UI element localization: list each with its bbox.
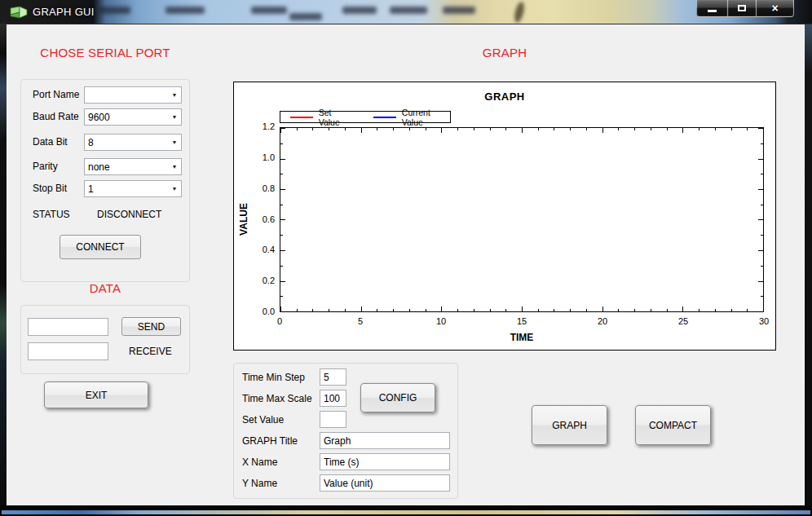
x-tick-label: 20 [590, 316, 615, 326]
x-tick [554, 309, 554, 311]
y-name-input[interactable] [320, 474, 450, 492]
stop-bit-label: Stop Bit [33, 183, 67, 194]
y-tick-label: 1.2 [250, 121, 275, 131]
y-name-label: Y Name [242, 478, 277, 489]
config-group: Time Min Step Time Max Scale Set Value G… [233, 363, 458, 499]
send-input[interactable] [28, 318, 108, 336]
data-heading: DATA [20, 281, 190, 295]
y-tick [280, 250, 285, 251]
x-tick [409, 309, 410, 311]
graph-title-input[interactable] [320, 432, 450, 449]
x-tick [361, 307, 362, 311]
set-value-input[interactable] [320, 411, 346, 428]
y-tick [761, 235, 763, 236]
x-tick-label: 30 [752, 316, 776, 326]
x-tick [731, 309, 732, 311]
x-tick [490, 309, 491, 311]
x-tick [409, 128, 410, 130]
x-tick [393, 128, 394, 130]
data-group: SEND RECEIVE [20, 305, 190, 374]
baud-rate-label: Baud Rate [33, 111, 79, 122]
send-button[interactable]: SEND [121, 317, 181, 336]
parity-combobox[interactable]: none ▼ [84, 158, 182, 175]
port-name-combobox[interactable]: ▼ [84, 86, 182, 104]
desktop-blur-artifact [289, 13, 322, 20]
x-tick [586, 128, 587, 130]
y-tick [758, 189, 763, 190]
x-tick [731, 128, 732, 130]
x-tick [699, 309, 699, 311]
baud-rate-combobox[interactable]: 9600 ▼ [84, 108, 182, 126]
y-tick [761, 296, 763, 297]
x-tick [699, 128, 699, 130]
x-tick-label: 5 [348, 316, 373, 326]
status-label: STATUS [33, 209, 70, 220]
connect-button[interactable]: CONNECT [60, 235, 141, 259]
data-bit-label: Data Bit [33, 136, 68, 148]
chevron-down-icon: ▼ [168, 186, 181, 192]
y-tick [758, 250, 763, 251]
time-max-scale-input[interactable] [320, 390, 346, 407]
config-button[interactable]: CONFIG [360, 383, 435, 412]
x-tick [522, 307, 523, 311]
time-max-scale-label: Time Max Scale [242, 393, 312, 404]
x-tick [618, 128, 619, 130]
x-tick [377, 128, 377, 130]
x-tick [570, 309, 571, 311]
maximize-icon[interactable] [728, 0, 757, 17]
y-tick [761, 266, 763, 267]
exit-button[interactable]: EXIT [44, 381, 148, 408]
y-tick [280, 189, 285, 190]
x-tick-label: 15 [510, 316, 534, 326]
x-tick [345, 128, 346, 130]
x-tick [329, 309, 329, 311]
y-tick-label: 0.8 [250, 183, 275, 193]
data-bit-combobox[interactable]: 8 ▼ [84, 134, 182, 151]
status-value: DISCONNECT [97, 209, 161, 220]
x-tick [618, 309, 619, 311]
app-icon [10, 6, 28, 19]
x-tick [634, 309, 635, 311]
y-tick [758, 311, 763, 312]
graph-button[interactable]: GRAPH [532, 405, 607, 445]
x-tick [393, 309, 394, 311]
y-tick [761, 143, 763, 144]
x-tick [602, 128, 603, 133]
window-frame-right [805, 24, 812, 505]
chart-legend: Set Value Current Value [280, 111, 451, 123]
graph-heading: GRAPH [233, 46, 776, 60]
x-tick [602, 307, 603, 311]
x-tick [634, 128, 635, 130]
desktop-blur-artifact [165, 7, 205, 14]
window-controls: × [696, 0, 794, 17]
receive-input[interactable] [28, 342, 108, 360]
x-tick [570, 128, 571, 130]
x-tick [329, 128, 329, 130]
x-name-input[interactable] [320, 453, 450, 470]
receive-label: RECEIVE [129, 346, 172, 357]
y-tick [280, 281, 285, 282]
client-area: CHOSE SERIAL PORT Port Name ▼ Baud Rate … [7, 24, 805, 505]
graph-title-label: GRAPH Title [242, 435, 298, 447]
y-tick [280, 174, 283, 174]
y-tick [758, 128, 763, 129]
chevron-down-icon: ▼ [168, 164, 181, 170]
x-tick [715, 309, 716, 311]
x-tick [715, 128, 716, 130]
desktop-blur-artifact [513, 1, 526, 24]
time-min-step-input[interactable] [320, 368, 346, 386]
desktop-blur-artifact [342, 7, 377, 14]
minimize-icon[interactable] [696, 0, 728, 17]
x-tick [505, 309, 506, 311]
close-icon[interactable]: × [757, 0, 794, 17]
stop-bit-combobox[interactable]: 1 ▼ [84, 180, 182, 197]
x-tick [747, 309, 748, 311]
y-tick-label: 1.0 [250, 152, 275, 162]
x-tick [312, 309, 313, 311]
desktop-blur-artifact [2, 510, 810, 514]
y-tick [280, 311, 285, 312]
x-tick [441, 307, 442, 311]
port-name-label: Port Name [33, 89, 79, 100]
titlebar[interactable]: GRAPH GUI × [0, 0, 812, 24]
compact-button[interactable]: COMPACT [635, 405, 711, 445]
